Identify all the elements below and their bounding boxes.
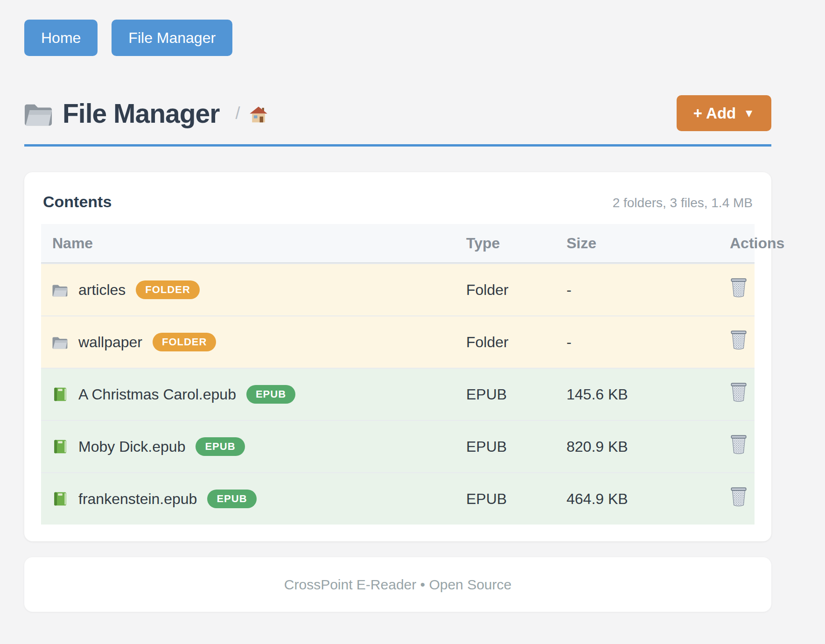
footer: CrossPoint E-Reader • Open Source [24,557,771,612]
file-table: Name Type Size Actions articles FOLDER F… [41,224,755,525]
actions-cell [689,278,755,302]
file-name-cell[interactable]: A Christmas Carol.epub EPUB [41,385,455,404]
contents-card: Contents 2 folders, 3 files, 1.4 MB Name… [24,172,771,541]
folder-icon [52,282,68,298]
folder-icon [52,334,68,350]
file-name-cell[interactable]: Moby Dick.epub EPUB [41,437,455,456]
size-cell: 464.9 KB [555,490,689,508]
actions-cell [689,434,755,459]
actions-cell [689,382,755,406]
delete-button[interactable] [730,487,748,507]
delete-button[interactable] [730,434,748,455]
file-name[interactable]: wallpaper [78,334,142,351]
file-manager-button[interactable]: File Manager [112,20,232,56]
actions-cell [689,487,755,511]
table-row: Moby Dick.epub EPUB EPUB 820.9 KB [41,420,755,472]
page-header: File Manager / + Add ▼ [24,95,771,131]
book-icon [52,439,68,455]
type-badge: FOLDER [153,333,216,351]
type-badge: EPUB [246,385,295,404]
trash-icon [730,278,748,298]
column-header-name: Name [41,235,455,252]
type-badge: FOLDER [136,280,199,299]
house-icon[interactable] [249,105,268,124]
book-icon [52,491,68,507]
table-row: articles FOLDER Folder - [41,263,755,315]
header-divider [24,144,771,147]
contents-card-header: Contents 2 folders, 3 files, 1.4 MB [41,189,755,211]
type-cell: EPUB [455,438,555,455]
type-cell: EPUB [455,490,555,508]
delete-button[interactable] [730,330,748,350]
footer-text: CrossPoint E-Reader • Open Source [284,577,511,593]
contents-title: Contents [43,193,112,211]
folder-icon [24,99,53,128]
table-row: frankenstein.epub EPUB EPUB 464.9 KB [41,472,755,525]
size-cell: - [555,281,689,299]
trash-icon [730,330,748,350]
top-nav: Home File Manager [24,0,771,56]
file-name[interactable]: frankenstein.epub [78,490,197,508]
title-group: File Manager / [24,98,268,129]
page-container: Home File Manager File Manager / + Add ▼… [24,0,771,612]
file-name-cell[interactable]: wallpaper FOLDER [41,333,455,351]
column-header-size: Size [555,235,689,252]
column-header-type: Type [455,235,555,252]
size-cell: 145.6 KB [555,386,689,403]
table-row: A Christmas Carol.epub EPUB EPUB 145.6 K… [41,368,755,420]
size-cell: - [555,334,689,351]
table-header-row: Name Type Size Actions [41,224,755,263]
book-icon [52,386,68,402]
add-button-label: + Add [693,105,736,122]
page-title: File Manager [63,98,219,129]
breadcrumb-separator: / [235,104,240,123]
size-cell: 820.9 KB [555,438,689,455]
home-button[interactable]: Home [24,20,98,56]
file-name[interactable]: articles [78,281,126,299]
add-button[interactable]: + Add ▼ [677,95,771,131]
file-name[interactable]: A Christmas Carol.epub [78,386,236,403]
type-cell: Folder [455,281,555,299]
file-name-cell[interactable]: frankenstein.epub EPUB [41,490,455,508]
type-cell: Folder [455,334,555,351]
trash-icon [730,434,748,455]
file-name[interactable]: Moby Dick.epub [78,438,185,455]
trash-icon [730,382,748,403]
actions-cell [689,330,755,354]
chevron-down-icon: ▼ [743,107,755,120]
file-name-cell[interactable]: articles FOLDER [41,280,455,299]
delete-button[interactable] [730,278,748,298]
type-cell: EPUB [455,386,555,403]
column-header-actions: Actions [689,235,755,252]
type-badge: EPUB [196,437,245,456]
trash-icon [730,487,748,507]
table-row: wallpaper FOLDER Folder - [41,315,755,368]
type-badge: EPUB [207,490,256,508]
contents-stats: 2 folders, 3 files, 1.4 MB [613,196,753,210]
delete-button[interactable] [730,382,748,403]
